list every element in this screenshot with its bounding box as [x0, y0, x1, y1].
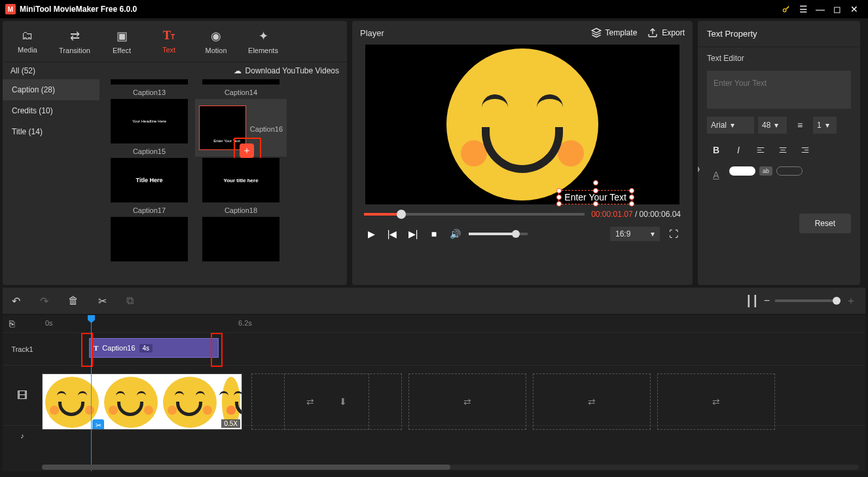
time-display: 00:00:01.07 / 00:00:06.04: [591, 210, 681, 219]
category-credits[interactable]: Credits (10): [3, 100, 99, 121]
template-button[interactable]: Template: [591, 28, 638, 38]
text-input[interactable]: [707, 71, 851, 109]
library-panel: 🗂Media ⇄Transition ▣Effect TTText ◉Motio…: [3, 21, 347, 285]
tab-media[interactable]: 🗂Media: [4, 25, 51, 58]
video-clip[interactable]: 0.5X ✂: [42, 373, 242, 430]
timeline-scrollbar[interactable]: [42, 465, 859, 470]
svg-marker-1: [592, 28, 600, 33]
category-caption[interactable]: Caption (28): [3, 79, 99, 100]
line-height-select[interactable]: 1▾: [813, 117, 837, 134]
key-icon[interactable]: [778, 1, 795, 18]
bold-button[interactable]: B: [707, 142, 725, 159]
download-youtube-link[interactable]: ☁ Download YouTube Videos: [234, 66, 339, 75]
maximize-icon[interactable]: ◻: [829, 1, 846, 18]
caption-clip[interactable]: T Caption16 4s: [89, 338, 219, 358]
video-frame: [446, 48, 598, 200]
text-property-panel: ❯ Text Property Text Editor Arial▾ 48▾ ≡…: [698, 21, 860, 285]
volume-icon[interactable]: 🔊: [448, 229, 462, 239]
module-toolbar: 🗂Media ⇄Transition ▣Effect TTText ◉Motio…: [3, 21, 347, 62]
text-overlay[interactable]: Enter Your Text: [558, 190, 632, 204]
highlight-icon: ab: [759, 166, 772, 176]
snap-button[interactable]: ┃┃: [746, 295, 759, 307]
zoom-slider[interactable]: [775, 299, 841, 302]
template-card[interactable]: [195, 217, 287, 261]
zoom-out-button[interactable]: −: [764, 295, 770, 307]
crop-button[interactable]: ⧉: [126, 295, 134, 307]
export-icon: [647, 28, 658, 38]
aspect-ratio-select[interactable]: 16:9▾: [610, 227, 660, 241]
delete-button[interactable]: 🗑: [68, 295, 79, 307]
stop-button[interactable]: ■: [427, 229, 441, 239]
fullscreen-button[interactable]: ⛶: [666, 229, 681, 239]
italic-button[interactable]: I: [729, 142, 748, 159]
menu-icon[interactable]: ☰: [795, 1, 812, 18]
export-button[interactable]: Export: [647, 28, 685, 38]
split-button[interactable]: ✂: [98, 295, 107, 307]
layers-icon: [591, 28, 602, 38]
audio-track-icon: ♪: [3, 432, 42, 440]
video-track: 🎞 0.5X ✂ ⇄ ⬇ ⇄ ⇄ ⇄: [3, 365, 865, 425]
category-title[interactable]: Title (14): [3, 121, 99, 142]
ruler-time: 0s: [45, 319, 53, 327]
line-spacing-icon[interactable]: ≡: [791, 117, 809, 134]
zoom-in-button[interactable]: ＋: [846, 294, 856, 308]
highlight-color-swatch[interactable]: [776, 166, 803, 176]
tab-motion[interactable]: ◉Motion: [192, 25, 240, 58]
seekbar[interactable]: [364, 213, 585, 216]
panel-title: Text Property: [698, 21, 860, 47]
template-card[interactable]: Caption13: [103, 79, 195, 98]
text-color-icon: A: [707, 166, 725, 183]
video-track-icon: 🎞: [3, 390, 42, 402]
font-select[interactable]: Arial▾: [707, 117, 754, 134]
tab-text[interactable]: TTText: [145, 25, 192, 58]
template-grid: Caption13 Caption14 Your Headline Here C…: [99, 79, 347, 285]
track-label: Track1: [3, 345, 42, 353]
reset-button[interactable]: Reset: [799, 214, 851, 233]
font-size-select[interactable]: 48▾: [758, 117, 787, 134]
prev-frame-button[interactable]: |◀: [385, 229, 399, 239]
ruler-time: 6.2s: [238, 319, 252, 327]
template-card[interactable]: Your title here Caption18: [195, 158, 287, 216]
undo-button[interactable]: ↶: [12, 295, 20, 307]
template-card[interactable]: Caption14: [195, 79, 287, 98]
template-card-selected[interactable]: Enter Your Text ＋ Caption16: [195, 99, 287, 157]
app-logo: M: [5, 4, 16, 14]
clip-trim-right-highlight: [211, 333, 223, 367]
text-editor-label: Text Editor: [698, 47, 860, 67]
text-track: Track1 T Caption16 4s: [3, 332, 865, 365]
app-title: MiniTool MovieMaker Free 6.0.0: [20, 5, 778, 14]
preview-viewport[interactable]: Enter Your Text: [365, 45, 679, 204]
timeline-toolbar: ↶ ↷ 🗑 ✂ ⧉ ┃┃ − ＋: [3, 288, 865, 314]
align-right-button[interactable]: [796, 142, 814, 159]
tab-transition[interactable]: ⇄Transition: [51, 25, 98, 58]
play-button[interactable]: ▶: [364, 229, 378, 239]
template-card[interactable]: [103, 217, 195, 261]
redo-button[interactable]: ↷: [40, 295, 48, 307]
close-icon[interactable]: ✕: [846, 1, 863, 18]
template-card[interactable]: Your Headline Here Caption15: [103, 99, 195, 157]
transition-slot[interactable]: ⇄: [657, 373, 775, 430]
tab-effect[interactable]: ▣Effect: [98, 25, 145, 58]
audio-track: ♪: [3, 425, 865, 445]
text-color-swatch[interactable]: [729, 166, 755, 176]
volume-slider[interactable]: [469, 233, 528, 235]
transition-slot[interactable]: ⇄: [408, 373, 526, 430]
category-list: Caption (28) Credits (10) Title (14): [3, 79, 99, 285]
next-frame-button[interactable]: ▶|: [406, 229, 420, 239]
align-center-button[interactable]: [774, 142, 792, 159]
add-template-button[interactable]: ＋: [240, 143, 254, 158]
player-label: Player: [360, 28, 581, 38]
align-left-button[interactable]: [751, 142, 770, 159]
tab-elements[interactable]: ✦Elements: [240, 25, 287, 58]
panel-collapse-handle[interactable]: ❯: [698, 152, 702, 185]
playhead[interactable]: [91, 315, 92, 471]
template-card[interactable]: Title Here Caption17: [103, 158, 195, 216]
transition-slot[interactable]: ⇄: [533, 373, 651, 430]
cloud-download-icon: ☁: [234, 66, 242, 75]
titlebar: M MiniTool MovieMaker Free 6.0.0 ☰ — ◻ ✕: [0, 0, 868, 18]
add-track-button[interactable]: ⎘: [9, 318, 14, 329]
category-all[interactable]: All (52): [10, 66, 35, 75]
minimize-icon[interactable]: —: [812, 1, 829, 18]
media-drop-slot[interactable]: ⬇: [284, 373, 402, 430]
timeline: ⎘ 0s 6.2s Track1 T Caption16 4s 🎞 0.5X ✂: [3, 315, 865, 471]
